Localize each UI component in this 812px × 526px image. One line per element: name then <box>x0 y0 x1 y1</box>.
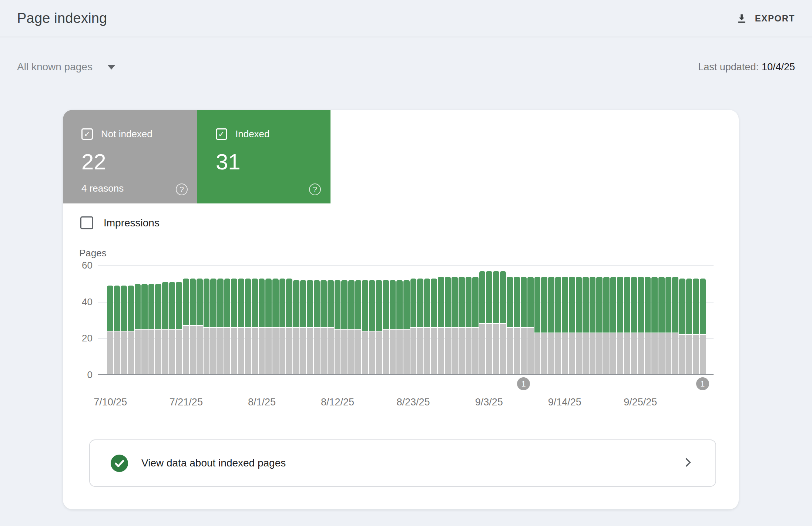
stacked-bar[interactable] <box>121 266 127 375</box>
stacked-bar[interactable] <box>562 266 568 375</box>
stacked-bar[interactable] <box>617 266 623 375</box>
stacked-bar[interactable] <box>355 266 362 375</box>
stacked-bar[interactable] <box>638 266 644 375</box>
stacked-bar[interactable] <box>541 266 547 375</box>
stacked-bar[interactable] <box>410 266 417 375</box>
stacked-bar[interactable] <box>658 266 665 375</box>
stacked-bar[interactable] <box>114 266 120 375</box>
stacked-bar[interactable] <box>603 266 610 375</box>
stacked-bar[interactable] <box>631 266 637 375</box>
stacked-bar[interactable] <box>197 266 203 375</box>
stacked-bar[interactable] <box>424 266 430 375</box>
stacked-bar[interactable] <box>190 266 196 375</box>
stacked-bar[interactable] <box>231 266 237 375</box>
stacked-bar[interactable] <box>445 266 451 375</box>
stacked-bar[interactable] <box>693 266 699 375</box>
stacked-bar[interactable] <box>466 266 472 375</box>
page-scope-dropdown[interactable]: All known pages <box>17 61 115 73</box>
stacked-bar[interactable] <box>590 266 596 375</box>
stacked-bar[interactable] <box>210 266 217 375</box>
stacked-bar[interactable] <box>403 266 410 375</box>
stacked-bar[interactable] <box>217 266 224 375</box>
stacked-bar[interactable] <box>128 266 134 375</box>
stacked-bar[interactable] <box>369 266 375 375</box>
stacked-bar[interactable] <box>679 266 685 375</box>
stacked-bar[interactable] <box>307 266 313 375</box>
event-marker[interactable]: 1 <box>517 377 530 390</box>
stacked-bar[interactable] <box>500 266 506 375</box>
stacked-bar[interactable] <box>534 266 541 375</box>
stacked-bar[interactable] <box>417 266 423 375</box>
stacked-bar[interactable] <box>576 266 582 375</box>
stacked-bar[interactable] <box>279 266 286 375</box>
stacked-bar[interactable] <box>328 266 334 375</box>
stacked-bar[interactable] <box>259 266 265 375</box>
stacked-bar[interactable] <box>507 266 513 375</box>
stacked-bar[interactable] <box>314 266 320 375</box>
stacked-bar[interactable] <box>148 266 155 375</box>
stacked-bar[interactable] <box>548 266 554 375</box>
stacked-bar[interactable] <box>341 266 348 375</box>
stacked-bar[interactable] <box>286 266 292 375</box>
checkbox-checked-icon[interactable]: ✓ <box>216 128 227 140</box>
stacked-bar[interactable] <box>169 266 175 375</box>
stacked-bar[interactable] <box>396 266 403 375</box>
stacked-bar[interactable] <box>459 266 465 375</box>
stacked-bar[interactable] <box>348 266 355 375</box>
stacked-bar[interactable] <box>176 266 182 375</box>
stacked-bar[interactable] <box>431 266 437 375</box>
stacked-bar[interactable] <box>569 266 575 375</box>
stacked-bar[interactable] <box>183 266 189 375</box>
help-icon[interactable]: ? <box>309 183 321 195</box>
tile-not-indexed[interactable]: ✓ Not indexed 22 4 reasons ? <box>63 110 197 203</box>
stacked-bar[interactable] <box>486 266 492 375</box>
stacked-bar[interactable] <box>141 266 148 375</box>
checkbox-unchecked-icon[interactable] <box>80 216 93 229</box>
stacked-bar[interactable] <box>376 266 382 375</box>
stacked-bar[interactable] <box>155 266 161 375</box>
stacked-bar[interactable] <box>665 266 672 375</box>
impressions-checkbox[interactable]: Impressions <box>80 216 160 229</box>
stacked-bar[interactable] <box>686 266 692 375</box>
stacked-bar[interactable] <box>265 266 272 375</box>
stacked-bar[interactable] <box>645 266 651 375</box>
stacked-bar[interactable] <box>107 266 113 375</box>
event-marker[interactable]: 1 <box>696 377 709 390</box>
stacked-bar[interactable] <box>224 266 231 375</box>
stacked-bar[interactable] <box>272 266 279 375</box>
stacked-bar[interactable] <box>293 266 299 375</box>
stacked-bar[interactable] <box>610 266 617 375</box>
tile-indexed[interactable]: ✓ Indexed 31 ? <box>197 110 330 203</box>
stacked-bar[interactable] <box>238 266 244 375</box>
stacked-bar[interactable] <box>521 266 527 375</box>
stacked-bar[interactable] <box>700 266 706 375</box>
export-button[interactable]: EXPORT <box>736 13 795 24</box>
stacked-bar[interactable] <box>162 266 168 375</box>
stacked-bar[interactable] <box>300 266 306 375</box>
stacked-bar[interactable] <box>362 266 368 375</box>
view-indexed-data-button[interactable]: View data about indexed pages <box>89 439 716 487</box>
stacked-bar[interactable] <box>135 266 141 375</box>
stacked-bar[interactable] <box>583 266 589 375</box>
stacked-bar[interactable] <box>245 266 251 375</box>
stacked-bar[interactable] <box>452 266 458 375</box>
stacked-bar[interactable] <box>672 266 678 375</box>
help-icon[interactable]: ? <box>176 183 188 195</box>
stacked-bar[interactable] <box>321 266 327 375</box>
stacked-bar[interactable] <box>252 266 258 375</box>
stacked-bar[interactable] <box>335 266 341 375</box>
checkbox-checked-icon[interactable]: ✓ <box>81 128 93 140</box>
stacked-bar[interactable] <box>390 266 396 375</box>
stacked-bar[interactable] <box>596 266 603 375</box>
stacked-bar[interactable] <box>204 266 210 375</box>
stacked-bar[interactable] <box>383 266 389 375</box>
stacked-bar[interactable] <box>651 266 658 375</box>
stacked-bar[interactable] <box>438 266 444 375</box>
stacked-bar[interactable] <box>514 266 520 375</box>
stacked-bar[interactable] <box>624 266 630 375</box>
stacked-bar[interactable] <box>472 266 479 375</box>
stacked-bar[interactable] <box>527 266 534 375</box>
stacked-bar[interactable] <box>493 266 499 375</box>
stacked-bar[interactable] <box>479 266 486 375</box>
stacked-bar[interactable] <box>555 266 561 375</box>
